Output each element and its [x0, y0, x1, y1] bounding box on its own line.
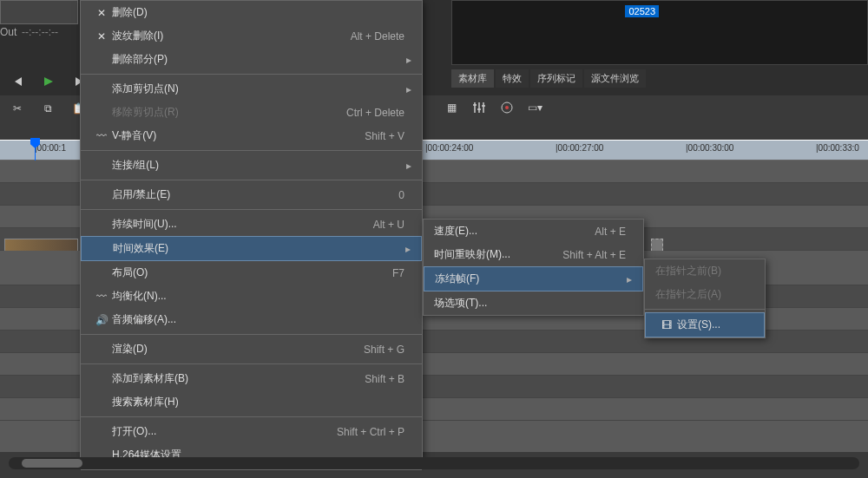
- menu-delete[interactable]: ✕删除(D): [81, 1, 422, 24]
- ripple-delete-icon: ✕: [91, 30, 112, 43]
- menu-equalize[interactable]: 〰均衡化(N)...: [81, 285, 422, 308]
- grid-view-icon[interactable]: ▦: [443, 100, 460, 115]
- delete-icon: ✕: [91, 7, 112, 19]
- horizontal-scrollbar[interactable]: [9, 457, 859, 469]
- menu-render[interactable]: 渲染(D)Shift + G: [81, 337, 422, 361]
- ruler-time: |00:00:27:00: [556, 143, 603, 153]
- menu-after-pointer: 在指针之后(A): [645, 283, 765, 306]
- menu-move-cut: 移除剪切点(R)Ctrl + Delete: [81, 101, 422, 124]
- menu-before-pointer: 在指针之前(B): [645, 259, 765, 283]
- clip-marker: 02523: [625, 5, 659, 17]
- ruler-time: |00:00:33:0: [816, 143, 859, 153]
- menu-v-mute[interactable]: 〰V-静音(V)Shift + V: [81, 124, 422, 147]
- source-panel: 02523: [451, 0, 868, 65]
- ruler-time: |00:00:24:00: [425, 143, 473, 153]
- film-icon: 🎞: [656, 319, 677, 331]
- color-wheel-icon[interactable]: [498, 100, 516, 115]
- menu-settings[interactable]: 🎞设置(S)...: [645, 312, 765, 337]
- play-button[interactable]: [38, 74, 59, 89]
- copy-tool-icon[interactable]: ⧉: [39, 100, 56, 117]
- menu-layout[interactable]: 布局(O)F7: [81, 261, 422, 285]
- cut-tool-icon[interactable]: ✂: [9, 100, 26, 117]
- ruler-time: |00:00:30:00: [686, 143, 733, 153]
- menu-delete-part[interactable]: 删除部分(P)▸: [81, 48, 422, 71]
- menu-search-bin[interactable]: 搜索素材库(H): [81, 390, 422, 414]
- menu-ripple-delete[interactable]: ✕波纹删除(I)Alt + Delete: [81, 24, 422, 48]
- menu-speed[interactable]: 速度(E)...Alt + E: [424, 219, 643, 243]
- audio-icon: 🔊: [91, 314, 112, 326]
- equalize-icon: 〰: [91, 291, 112, 303]
- preview-thumbnail: [0, 0, 78, 24]
- scrollbar-thumb[interactable]: [22, 459, 82, 468]
- menu-enable-disable[interactable]: 启用/禁止(E)0: [81, 183, 422, 206]
- menu-link-group[interactable]: 连接/组(L)▸: [81, 154, 422, 177]
- tab-effects[interactable]: 特效: [496, 69, 529, 88]
- tab-source-browse[interactable]: 源文件浏览: [584, 69, 646, 88]
- menu-add-cut[interactable]: 添加剪切点(N)▸: [81, 77, 422, 101]
- menu-add-to-bin[interactable]: 添加到素材库(B)Shift + B: [81, 367, 422, 390]
- menu-audio-offset[interactable]: 🔊音频偏移(A)...: [81, 308, 422, 331]
- menu-duration[interactable]: 持续时间(U)...Alt + U: [81, 213, 422, 236]
- menu-freeze-frame[interactable]: 冻结帧(F)▸: [424, 266, 643, 291]
- menu-open[interactable]: 打开(O)...Shift + Ctrl + P: [81, 420, 422, 443]
- tab-markers[interactable]: 序列标记: [530, 69, 582, 88]
- context-menu-freeze-frame: 在指针之前(B) 在指针之后(A) 🎞设置(S)...: [644, 259, 766, 338]
- menu-time-remap[interactable]: 时间重映射(M)...Shift + Alt + E: [424, 243, 643, 266]
- svg-point-1: [505, 106, 509, 109]
- out-timecode: --:--:--:--: [22, 26, 58, 38]
- menu-replace-partial: ⟲使用原始素材替换部分下载的素材(R): [81, 473, 422, 478]
- tab-bin[interactable]: 素材库: [451, 69, 494, 88]
- mute-icon: 〰: [91, 130, 112, 142]
- window-layout-icon[interactable]: ▭▾: [526, 100, 543, 115]
- out-label: Out: [0, 26, 16, 38]
- prev-button[interactable]: [9, 74, 30, 89]
- menu-field-options[interactable]: 场选项(T)...: [424, 291, 643, 315]
- context-menu-time-effects: 速度(E)...Alt + E 时间重映射(M)...Shift + Alt +…: [423, 219, 644, 316]
- context-menu-main: ✕删除(D) ✕波纹删除(I)Alt + Delete 删除部分(P)▸ 添加剪…: [80, 0, 423, 460]
- settings-sliders-icon[interactable]: [470, 100, 488, 115]
- menu-time-effects[interactable]: 时间效果(E)▸: [81, 236, 422, 261]
